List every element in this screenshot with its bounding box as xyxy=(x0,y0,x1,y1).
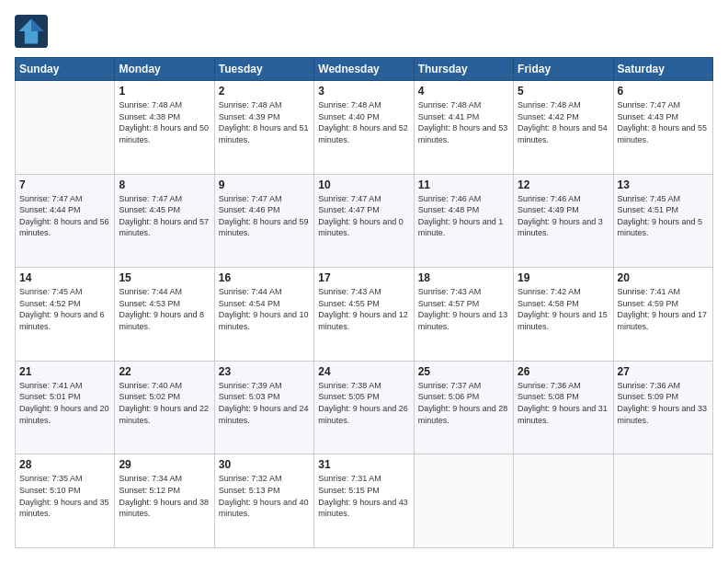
calendar-cell: 14Sunrise: 7:45 AMSunset: 4:52 PMDayligh… xyxy=(16,268,115,362)
day-info: Sunrise: 7:43 AMSunset: 4:57 PMDaylight:… xyxy=(418,286,509,332)
calendar-cell: 11Sunrise: 7:46 AMSunset: 4:48 PMDayligh… xyxy=(414,174,513,268)
calendar-body: 1Sunrise: 7:48 AMSunset: 4:38 PMDaylight… xyxy=(16,81,713,548)
day-number: 3 xyxy=(318,85,409,98)
calendar-week-row: 14Sunrise: 7:45 AMSunset: 4:52 PMDayligh… xyxy=(16,268,713,362)
calendar-cell: 5Sunrise: 7:48 AMSunset: 4:42 PMDaylight… xyxy=(514,81,613,175)
day-info: Sunrise: 7:38 AMSunset: 5:05 PMDaylight:… xyxy=(318,380,409,426)
calendar-cell: 25Sunrise: 7:37 AMSunset: 5:06 PMDayligh… xyxy=(414,361,513,454)
calendar-cell: 27Sunrise: 7:36 AMSunset: 5:09 PMDayligh… xyxy=(613,361,712,454)
day-number: 24 xyxy=(318,365,409,378)
day-info: Sunrise: 7:47 AMSunset: 4:44 PMDaylight:… xyxy=(19,193,110,239)
day-number: 27 xyxy=(618,365,709,378)
day-number: 5 xyxy=(518,85,609,98)
day-number: 6 xyxy=(618,85,709,98)
day-info: Sunrise: 7:41 AMSunset: 4:59 PMDaylight:… xyxy=(618,286,709,332)
day-number: 22 xyxy=(119,365,210,378)
calendar-week-row: 1Sunrise: 7:48 AMSunset: 4:38 PMDaylight… xyxy=(16,81,713,175)
day-number: 16 xyxy=(219,271,310,284)
calendar-cell: 19Sunrise: 7:42 AMSunset: 4:58 PMDayligh… xyxy=(514,268,613,362)
day-info: Sunrise: 7:34 AMSunset: 5:12 PMDaylight:… xyxy=(119,473,210,519)
day-info: Sunrise: 7:48 AMSunset: 4:40 PMDaylight:… xyxy=(318,99,409,145)
calendar-header: SundayMondayTuesdayWednesdayThursdayFrid… xyxy=(16,58,713,81)
day-number: 20 xyxy=(618,271,709,284)
day-info: Sunrise: 7:44 AMSunset: 4:53 PMDaylight:… xyxy=(119,286,210,332)
calendar-cell xyxy=(16,81,115,175)
calendar-cell: 31Sunrise: 7:31 AMSunset: 5:15 PMDayligh… xyxy=(314,454,414,548)
day-of-week-header: Friday xyxy=(514,58,613,81)
calendar-cell: 26Sunrise: 7:36 AMSunset: 5:08 PMDayligh… xyxy=(514,361,613,454)
calendar-cell: 13Sunrise: 7:45 AMSunset: 4:51 PMDayligh… xyxy=(613,174,712,268)
day-number: 23 xyxy=(219,365,310,378)
day-info: Sunrise: 7:41 AMSunset: 5:01 PMDaylight:… xyxy=(19,380,110,426)
calendar-cell: 15Sunrise: 7:44 AMSunset: 4:53 PMDayligh… xyxy=(115,268,214,362)
day-of-week-header: Thursday xyxy=(414,58,513,81)
calendar-cell xyxy=(414,454,513,548)
day-info: Sunrise: 7:46 AMSunset: 4:49 PMDaylight:… xyxy=(518,193,609,239)
day-info: Sunrise: 7:44 AMSunset: 4:54 PMDaylight:… xyxy=(219,286,310,332)
calendar-cell: 12Sunrise: 7:46 AMSunset: 4:49 PMDayligh… xyxy=(514,174,613,268)
day-info: Sunrise: 7:36 AMSunset: 5:09 PMDaylight:… xyxy=(618,380,709,426)
day-info: Sunrise: 7:48 AMSunset: 4:38 PMDaylight:… xyxy=(119,99,210,145)
calendar-cell: 17Sunrise: 7:43 AMSunset: 4:55 PMDayligh… xyxy=(314,268,414,362)
day-info: Sunrise: 7:46 AMSunset: 4:48 PMDaylight:… xyxy=(418,193,509,239)
day-info: Sunrise: 7:39 AMSunset: 5:03 PMDaylight:… xyxy=(219,380,310,426)
day-info: Sunrise: 7:45 AMSunset: 4:51 PMDaylight:… xyxy=(618,193,709,239)
calendar-cell: 28Sunrise: 7:35 AMSunset: 5:10 PMDayligh… xyxy=(16,454,115,548)
day-number: 30 xyxy=(219,458,310,471)
day-of-week-header: Monday xyxy=(115,58,214,81)
calendar-week-row: 21Sunrise: 7:41 AMSunset: 5:01 PMDayligh… xyxy=(16,361,713,454)
day-info: Sunrise: 7:31 AMSunset: 5:15 PMDaylight:… xyxy=(318,473,409,519)
day-info: Sunrise: 7:47 AMSunset: 4:47 PMDaylight:… xyxy=(318,193,409,239)
calendar-cell xyxy=(514,454,613,548)
day-info: Sunrise: 7:43 AMSunset: 4:55 PMDaylight:… xyxy=(318,286,409,332)
calendar-cell: 22Sunrise: 7:40 AMSunset: 5:02 PMDayligh… xyxy=(115,361,214,454)
calendar-cell: 7Sunrise: 7:47 AMSunset: 4:44 PMDaylight… xyxy=(16,174,115,268)
calendar-cell: 9Sunrise: 7:47 AMSunset: 4:46 PMDaylight… xyxy=(214,174,313,268)
day-number: 29 xyxy=(119,458,210,471)
day-number: 1 xyxy=(119,85,210,98)
page: SundayMondayTuesdayWednesdayThursdayFrid… xyxy=(0,0,728,563)
calendar-cell: 1Sunrise: 7:48 AMSunset: 4:38 PMDaylight… xyxy=(115,81,214,175)
day-info: Sunrise: 7:32 AMSunset: 5:13 PMDaylight:… xyxy=(219,473,310,519)
day-info: Sunrise: 7:47 AMSunset: 4:45 PMDaylight:… xyxy=(119,193,210,239)
calendar-cell: 2Sunrise: 7:48 AMSunset: 4:39 PMDaylight… xyxy=(214,81,313,175)
day-info: Sunrise: 7:48 AMSunset: 4:42 PMDaylight:… xyxy=(518,99,609,145)
day-number: 18 xyxy=(418,271,509,284)
day-info: Sunrise: 7:48 AMSunset: 4:39 PMDaylight:… xyxy=(219,99,310,145)
day-number: 25 xyxy=(418,365,509,378)
calendar-cell: 4Sunrise: 7:48 AMSunset: 4:41 PMDaylight… xyxy=(414,81,513,175)
calendar-cell: 10Sunrise: 7:47 AMSunset: 4:47 PMDayligh… xyxy=(314,174,414,268)
day-number: 7 xyxy=(19,178,110,191)
day-info: Sunrise: 7:45 AMSunset: 4:52 PMDaylight:… xyxy=(19,286,110,332)
calendar-table: SundayMondayTuesdayWednesdayThursdayFrid… xyxy=(15,57,713,548)
day-info: Sunrise: 7:36 AMSunset: 5:08 PMDaylight:… xyxy=(518,380,609,426)
day-number: 28 xyxy=(19,458,110,471)
calendar-cell: 24Sunrise: 7:38 AMSunset: 5:05 PMDayligh… xyxy=(314,361,414,454)
day-of-week-header: Saturday xyxy=(613,58,712,81)
calendar-cell: 30Sunrise: 7:32 AMSunset: 5:13 PMDayligh… xyxy=(214,454,313,548)
header xyxy=(15,15,713,48)
calendar-cell: 6Sunrise: 7:47 AMSunset: 4:43 PMDaylight… xyxy=(613,81,712,175)
day-info: Sunrise: 7:35 AMSunset: 5:10 PMDaylight:… xyxy=(19,473,110,519)
day-number: 14 xyxy=(19,271,110,284)
day-number: 31 xyxy=(318,458,409,471)
header-row: SundayMondayTuesdayWednesdayThursdayFrid… xyxy=(16,58,713,81)
calendar-cell: 3Sunrise: 7:48 AMSunset: 4:40 PMDaylight… xyxy=(314,81,414,175)
day-info: Sunrise: 7:42 AMSunset: 4:58 PMDaylight:… xyxy=(518,286,609,332)
calendar-cell: 23Sunrise: 7:39 AMSunset: 5:03 PMDayligh… xyxy=(214,361,313,454)
calendar-cell: 8Sunrise: 7:47 AMSunset: 4:45 PMDaylight… xyxy=(115,174,214,268)
day-number: 10 xyxy=(318,178,409,191)
calendar-cell: 20Sunrise: 7:41 AMSunset: 4:59 PMDayligh… xyxy=(613,268,712,362)
calendar-week-row: 28Sunrise: 7:35 AMSunset: 5:10 PMDayligh… xyxy=(16,454,713,548)
day-of-week-header: Sunday xyxy=(16,58,115,81)
calendar-cell: 16Sunrise: 7:44 AMSunset: 4:54 PMDayligh… xyxy=(214,268,313,362)
day-of-week-header: Tuesday xyxy=(214,58,313,81)
day-number: 15 xyxy=(119,271,210,284)
day-info: Sunrise: 7:47 AMSunset: 4:43 PMDaylight:… xyxy=(618,99,709,145)
day-info: Sunrise: 7:47 AMSunset: 4:46 PMDaylight:… xyxy=(219,193,310,239)
calendar-cell: 29Sunrise: 7:34 AMSunset: 5:12 PMDayligh… xyxy=(115,454,214,548)
calendar-cell xyxy=(613,454,712,548)
day-number: 11 xyxy=(418,178,509,191)
logo-icon xyxy=(15,15,48,48)
day-of-week-header: Wednesday xyxy=(314,58,414,81)
